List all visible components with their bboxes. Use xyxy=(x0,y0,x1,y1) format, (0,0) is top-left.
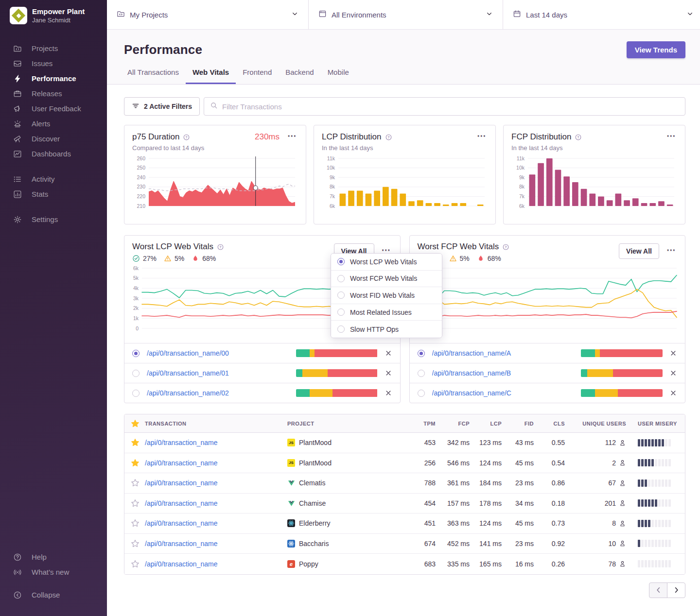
help-icon[interactable]: ? xyxy=(217,243,224,251)
dismiss-transaction-button[interactable] xyxy=(669,369,677,377)
column-header-project[interactable]: PROJECT xyxy=(287,421,397,427)
sidebar-item-releases[interactable]: Releases xyxy=(10,86,107,101)
menu-option-worst-fcp-web-vitals[interactable]: Worst FCP Web Vitals xyxy=(331,271,442,288)
sidebar-item-performance[interactable]: Performance xyxy=(10,71,107,86)
project-selector[interactable]: My Projects xyxy=(107,0,309,29)
tab-mobile[interactable]: Mobile xyxy=(321,68,356,84)
dismiss-transaction-button[interactable] xyxy=(385,389,392,397)
sidebar-item-alerts[interactable]: Alerts xyxy=(10,116,107,131)
column-header-lcp[interactable]: LCP xyxy=(470,421,502,427)
meh-badge: 5% xyxy=(449,255,470,262)
transaction-radio[interactable] xyxy=(132,390,140,397)
menu-option-worst-fid-web-vitals[interactable]: Worst FID Web Vitals xyxy=(331,287,442,304)
menu-option-most-related-issues[interactable]: Most Related Issues xyxy=(331,304,442,321)
column-header-user-misery[interactable]: USER MISERY xyxy=(626,421,682,427)
star-toggle[interactable] xyxy=(124,519,144,528)
calendar-icon xyxy=(513,10,521,18)
sidebar-item-what-s-new[interactable]: What’s new xyxy=(10,565,69,580)
card-menu-button[interactable]: ⋯ xyxy=(665,247,677,256)
transaction-link[interactable]: /api/0/transaction_name xyxy=(144,499,217,507)
sidebar-item-collapse[interactable]: Collapse xyxy=(10,587,69,602)
sidebar-item-stats[interactable]: Stats xyxy=(10,187,107,202)
sidebar-item-projects[interactable]: Projects xyxy=(10,41,107,56)
star-toggle[interactable] xyxy=(124,438,144,447)
star-toggle[interactable] xyxy=(124,560,144,568)
project-cell[interactable]: JSPlantMood xyxy=(287,439,397,446)
column-header-fcp[interactable]: FCP xyxy=(436,421,470,427)
project-cell[interactable]: Baccharis xyxy=(287,540,397,548)
previous-page-button[interactable] xyxy=(649,582,667,598)
transaction-radio[interactable] xyxy=(132,350,140,357)
dismiss-transaction-button[interactable] xyxy=(669,389,677,397)
project-cell[interactable]: JSPlantMood xyxy=(287,459,397,467)
poor-badge: 68% xyxy=(477,255,501,262)
svg-text:6k: 6k xyxy=(519,203,525,209)
dismiss-transaction-button[interactable] xyxy=(385,369,392,377)
transaction-radio[interactable] xyxy=(132,370,140,377)
tab-all-transactions[interactable]: All Transactions xyxy=(121,68,186,84)
project-cell[interactable]: Chamise xyxy=(287,499,397,507)
transaction-link[interactable]: /api/0/transaction_name xyxy=(144,479,217,487)
search-input[interactable] xyxy=(222,103,679,111)
transaction-link[interactable]: /api/0/transaction_name/B xyxy=(432,369,575,377)
view-trends-button[interactable]: View Trends xyxy=(627,41,685,58)
column-header-cls[interactable]: CLS xyxy=(534,421,565,427)
tpm-value: 674 xyxy=(397,540,436,548)
project-cell[interactable]: Clematis xyxy=(287,479,397,487)
dismiss-transaction-button[interactable] xyxy=(385,349,392,357)
column-header-fid[interactable]: FID xyxy=(502,421,534,427)
menu-option-worst-lcp-web-vitals[interactable]: Worst LCP Web Vitals xyxy=(331,254,442,271)
star-toggle[interactable] xyxy=(124,539,144,548)
transaction-radio[interactable] xyxy=(418,370,425,377)
transaction-link[interactable]: /api/0/transaction_name xyxy=(144,540,217,548)
transaction-link[interactable]: /api/0/transaction_name/01 xyxy=(147,369,289,377)
card-menu-button[interactable]: ⋯ xyxy=(286,133,298,141)
star-toggle[interactable] xyxy=(124,459,144,467)
help-icon[interactable]: ? xyxy=(385,134,392,141)
sidebar-item-user-feedback[interactable]: User Feedback xyxy=(10,101,107,116)
transaction-link[interactable]: /api/0/transaction_name xyxy=(144,560,217,568)
tab-backend[interactable]: Backend xyxy=(279,68,320,84)
sidebar-item-issues[interactable]: Issues xyxy=(10,56,107,71)
help-icon[interactable]: ? xyxy=(502,243,509,251)
transaction-link[interactable]: /api/0/transaction_name/C xyxy=(432,389,575,397)
view-all-button[interactable]: View All xyxy=(619,243,659,259)
star-column-header[interactable] xyxy=(124,419,144,428)
fcp-value: 335 ms xyxy=(436,560,470,568)
tab-web-vitals[interactable]: Web Vitals xyxy=(186,68,236,84)
project-cell[interactable]: Elderberry xyxy=(287,519,397,527)
column-header-tpm[interactable]: TPM xyxy=(397,421,436,427)
transaction-link[interactable]: /api/0/transaction_name/00 xyxy=(147,349,289,357)
tab-frontend[interactable]: Frontend xyxy=(236,68,279,84)
card-menu-button[interactable]: ⋯ xyxy=(476,133,488,141)
sidebar-item-activity[interactable]: Activity xyxy=(10,171,107,187)
column-header-transaction[interactable]: TRANSACTION xyxy=(144,421,287,427)
star-toggle[interactable] xyxy=(124,499,144,508)
next-page-button[interactable] xyxy=(667,582,685,598)
transaction-radio[interactable] xyxy=(418,390,425,397)
transaction-link[interactable]: /api/0/transaction_name xyxy=(144,519,217,527)
chevron-down-icon xyxy=(686,10,694,19)
active-filters-button[interactable]: 2 Active Filters xyxy=(124,97,200,116)
sidebar-item-dashboards[interactable]: Dashboards xyxy=(10,146,107,161)
transaction-link[interactable]: /api/0/transaction_name xyxy=(144,439,217,446)
environment-selector[interactable]: All Environments xyxy=(309,0,503,29)
sidebar-item-discover[interactable]: Discover xyxy=(10,131,107,146)
card-menu-button[interactable]: ⋯ xyxy=(665,133,677,141)
transaction-link[interactable]: /api/0/transaction_name/02 xyxy=(147,389,289,397)
transaction-radio[interactable] xyxy=(418,350,425,357)
column-header-unique-users[interactable]: UNIQUE USERS xyxy=(565,421,626,427)
menu-option-slow-http-ops[interactable]: Slow HTTP Ops xyxy=(331,321,442,338)
transaction-link[interactable]: /api/0/transaction_name xyxy=(144,459,217,467)
star-toggle[interactable] xyxy=(124,479,144,487)
sidebar-item-help[interactable]: Help xyxy=(10,549,69,565)
help-icon[interactable]: ? xyxy=(183,134,190,141)
date-range-selector[interactable]: Last 14 days xyxy=(503,0,700,29)
project-cell[interactable]: ePoppy xyxy=(287,560,397,568)
transaction-link[interactable]: /api/0/transaction_name/A xyxy=(432,349,575,357)
sidebar-item-settings[interactable]: Settings xyxy=(10,212,107,227)
help-icon[interactable]: ? xyxy=(575,134,582,141)
dismiss-transaction-button[interactable] xyxy=(669,349,677,357)
worst-fcp-vitals-chart: 01k2k3k4k5k6k xyxy=(413,263,680,337)
org-switcher[interactable]: Empower Plant Jane Schmidt xyxy=(10,7,107,24)
